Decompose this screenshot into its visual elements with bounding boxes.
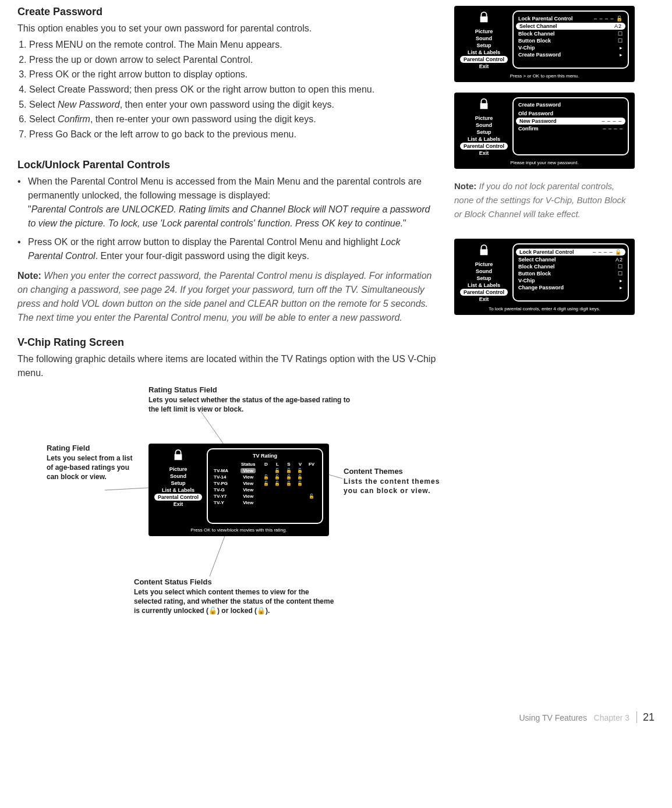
lock-icon <box>171 448 186 462</box>
step: Select Create Password; then press OK or… <box>29 82 437 97</box>
step: Select New Password, then enter your own… <box>29 97 437 112</box>
tv-menu-ratings: Picture Sound Setup List & Labels Parent… <box>148 444 329 536</box>
lock-unlock-note: Note: When you enter the correct passwor… <box>17 269 437 325</box>
lock-icon <box>476 97 491 111</box>
callout-rating-status: Rating Status Field Lets you select whet… <box>148 385 358 414</box>
ratings-table: Status D L S V FV TV-MAView🔓🔓🔓 TV-14View… <box>213 461 317 506</box>
side-note: Note: If you do not lock parental contro… <box>454 179 635 221</box>
heading-vchip: V-Chip Rating Screen <box>17 336 437 349</box>
tv-menu-parental-1: Picture Sound Setup List & Labels Parent… <box>454 6 635 82</box>
lock-icon <box>476 243 491 257</box>
step: Press Go Back or the left arrow to go ba… <box>29 127 437 142</box>
heading-create-password: Create Password <box>17 6 437 18</box>
callout-rating-field: Rating Field Lets you select from a list… <box>47 444 140 482</box>
step: Press the up or down arrow to select Par… <box>29 52 437 68</box>
page-footer: Using TV Features Chapter 3 21 <box>17 711 655 724</box>
vchip-intro: The following graphic details where item… <box>17 352 437 379</box>
vchip-diagram: Rating Status Field Lets you select whet… <box>17 385 437 700</box>
bullet: When the Parental Control Menu is access… <box>17 175 437 231</box>
step: Press MENU on the remote control. The Ma… <box>29 37 437 52</box>
heading-lock-unlock: Lock/Unlock Parental Controls <box>17 159 437 171</box>
create-password-intro: This option enables you to set your own … <box>17 22 437 35</box>
tv-menu-parental-2: Picture Sound Setup List & Labels Parent… <box>454 239 635 315</box>
lock-icon <box>476 10 491 24</box>
lock-unlock-bullets: When the Parental Control Menu is access… <box>17 175 437 263</box>
callout-content-status: Content Status Fields Lets you select wh… <box>134 577 338 616</box>
callout-content-themes: Content Themes Lists the content themes … <box>344 467 443 495</box>
bullet: Press OK or the right arrow button to di… <box>17 235 437 263</box>
step: Select Confirm, then re-enter your own p… <box>29 112 437 127</box>
create-password-steps: Press MENU on the remote control. The Ma… <box>29 37 437 141</box>
tv-menu-create-password: Picture Sound Setup List & Labels Parent… <box>454 93 635 169</box>
step: Press OK or the right arrow button to di… <box>29 67 437 82</box>
